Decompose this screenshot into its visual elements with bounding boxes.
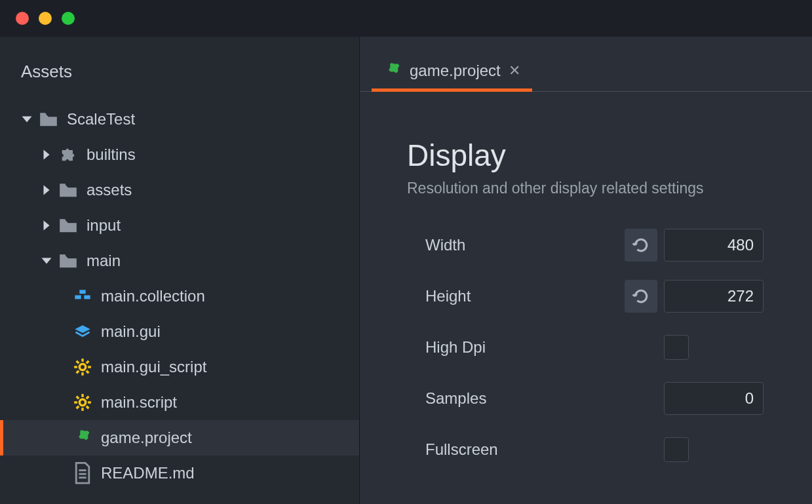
caret-down-icon: [41, 255, 52, 267]
tree-label: main.gui_script: [101, 358, 206, 376]
caret-down-icon: [21, 113, 33, 125]
property-row-height: Height: [407, 271, 794, 322]
property-label: High Dpi: [425, 338, 625, 357]
svg-line-19: [77, 406, 79, 409]
caret-right-icon: [41, 184, 52, 196]
layers-icon: [73, 322, 92, 341]
property-label: Height: [425, 287, 625, 305]
width-input[interactable]: [664, 229, 764, 262]
samples-input[interactable]: [664, 382, 764, 415]
tree-label: main.gui: [101, 322, 161, 341]
gear-icon: [73, 393, 92, 412]
undo-icon: [631, 235, 651, 255]
tree-file-main-gui[interactable]: main.gui: [0, 314, 359, 349]
tree-label: README.md: [101, 464, 195, 482]
tree-folder-builtins[interactable]: builtins: [0, 137, 359, 172]
tree-file-main-script[interactable]: main.script: [0, 385, 359, 420]
tab-label: game.project: [410, 62, 501, 80]
folder-icon: [59, 216, 77, 235]
section-title: Display: [407, 138, 794, 173]
puzzle-icon: [59, 145, 77, 164]
highdpi-checkbox[interactable]: [664, 335, 689, 360]
tree-label: main.collection: [101, 287, 205, 305]
section-subtitle: Resolution and other display related set…: [407, 180, 794, 197]
svg-rect-1: [75, 296, 81, 300]
tree-label: game.project: [101, 429, 192, 447]
reset-button[interactable]: [625, 229, 657, 262]
gear-icon: [73, 358, 92, 376]
property-label: Width: [425, 236, 625, 254]
svg-line-18: [87, 406, 89, 409]
assets-panel: Assets ScaleTest builtins: [0, 37, 359, 504]
folder-icon: [59, 181, 77, 199]
tree-folder-main[interactable]: main: [0, 243, 359, 279]
window-titlebar: [0, 0, 812, 37]
tree-label: builtins: [87, 145, 136, 164]
property-row-fullscreen: Fullscreen: [407, 424, 794, 475]
tree-folder-input[interactable]: input: [0, 208, 359, 243]
tree-file-main-gui-script[interactable]: main.gui_script: [0, 349, 359, 385]
tree-label: ScaleTest: [67, 110, 135, 128]
svg-line-11: [87, 361, 89, 364]
window-close-button[interactable]: [16, 12, 29, 25]
editor-area: game.project ✕ Display Resolution and ot…: [359, 37, 812, 504]
editor-body: Display Resolution and other display rel…: [360, 92, 812, 475]
property-label: Fullscreen: [425, 440, 625, 459]
close-icon[interactable]: ✕: [509, 62, 520, 79]
project-icon: [73, 429, 92, 447]
svg-point-3: [79, 364, 85, 370]
tree-folder-scaletest[interactable]: ScaleTest: [0, 102, 359, 137]
tree-label: main: [87, 252, 121, 270]
window-minimize-button[interactable]: [39, 12, 52, 25]
tree-label: input: [87, 216, 121, 235]
tree-file-readme[interactable]: README.md: [0, 456, 359, 491]
property-row-width: Width: [407, 220, 794, 271]
caret-right-icon: [41, 220, 52, 231]
tree-file-main-collection[interactable]: main.collection: [0, 279, 359, 314]
document-icon: [73, 464, 92, 482]
property-row-highdpi: High Dpi: [407, 322, 794, 373]
tree-label: assets: [87, 181, 132, 199]
tree-folder-assets[interactable]: assets: [0, 172, 359, 208]
svg-line-17: [77, 397, 79, 399]
editor-tabs: game.project ✕: [360, 52, 812, 92]
assets-panel-title: Assets: [0, 52, 359, 102]
tree-label: main.script: [101, 393, 177, 412]
fullscreen-checkbox[interactable]: [664, 437, 689, 462]
svg-rect-0: [79, 290, 85, 294]
folder-icon: [39, 110, 58, 128]
collection-icon: [73, 287, 92, 305]
reset-button[interactable]: [625, 280, 657, 313]
undo-icon: [631, 286, 651, 306]
svg-line-9: [87, 371, 89, 374]
caret-right-icon: [41, 149, 52, 161]
svg-line-20: [87, 397, 89, 399]
svg-point-12: [79, 399, 85, 405]
svg-line-8: [77, 361, 79, 364]
height-input[interactable]: [664, 280, 764, 313]
property-label: Samples: [425, 389, 625, 408]
property-row-samples: Samples: [407, 373, 794, 424]
svg-line-10: [77, 371, 79, 374]
window-zoom-button[interactable]: [62, 12, 75, 25]
assets-tree: ScaleTest builtins asset: [0, 102, 359, 491]
tab-game-project[interactable]: game.project ✕: [372, 52, 532, 92]
project-icon: [383, 64, 402, 78]
folder-icon: [59, 252, 77, 270]
svg-rect-2: [84, 296, 90, 300]
tree-file-game-project[interactable]: game.project: [0, 420, 359, 456]
